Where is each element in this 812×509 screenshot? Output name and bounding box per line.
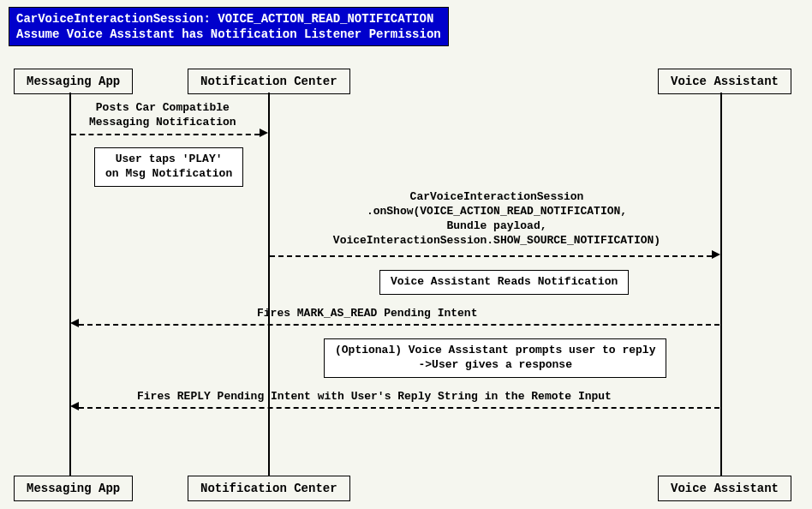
message-mark-as-read-arrow <box>79 324 719 326</box>
note-reads-notification: Voice Assistant Reads Notification <box>379 270 629 295</box>
message-post-notification-arrow <box>71 134 260 135</box>
message-onshow-label: CarVoiceInteractionSession .onShow(VOICE… <box>308 190 685 249</box>
message-post-notification-label: Posts Car Compatible Messaging Notificat… <box>89 101 236 130</box>
title-line-2: Assume Voice Assistant has Notification … <box>16 27 441 42</box>
diagram-title: CarVoiceInteractionSession: VOICE_ACTION… <box>9 7 449 46</box>
message-onshow-arrowhead <box>712 250 720 259</box>
message-onshow-arrow <box>270 255 712 257</box>
lifeline-messaging-app <box>69 93 71 476</box>
message-post-notification-arrowhead <box>260 129 268 137</box>
lifeline-voice-assistant <box>720 93 722 476</box>
message-fires-reply-arrow <box>79 407 719 409</box>
participant-messaging-app-top: Messaging App <box>14 69 133 94</box>
message-fires-reply-arrowhead <box>70 402 79 410</box>
participant-voice-assistant-top: Voice Assistant <box>658 69 791 94</box>
message-mark-as-read-arrowhead <box>70 319 79 327</box>
participant-messaging-app-bottom: Messaging App <box>14 476 133 501</box>
participant-voice-assistant-bottom: Voice Assistant <box>658 476 791 501</box>
title-line-1: CarVoiceInteractionSession: VOICE_ACTION… <box>16 11 441 27</box>
note-user-taps-play: User taps 'PLAY' on Msg Notification <box>94 147 243 187</box>
note-prompts-reply: (Optional) Voice Assistant prompts user … <box>324 338 666 378</box>
participant-notification-center-bottom: Notification Center <box>188 476 350 501</box>
message-fires-reply-label: Fires REPLY Pending Intent with User's R… <box>137 390 612 404</box>
message-mark-as-read-label: Fires MARK_AS_READ Pending Intent <box>257 307 477 321</box>
participant-notification-center-top: Notification Center <box>188 69 350 94</box>
lifeline-notification-center <box>268 93 270 476</box>
